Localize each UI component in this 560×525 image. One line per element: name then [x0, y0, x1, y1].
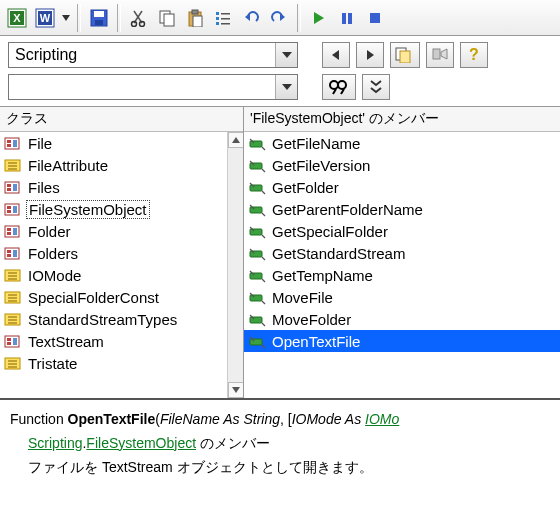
svg-marker-37	[441, 49, 447, 59]
svg-rect-8	[94, 11, 104, 17]
svg-rect-9	[95, 20, 103, 25]
undo-icon[interactable]	[238, 5, 264, 31]
svg-marker-31	[282, 52, 292, 58]
cut-icon[interactable]	[126, 5, 152, 31]
sig-param2-type[interactable]: IOMo	[365, 411, 399, 427]
play-icon[interactable]	[306, 5, 332, 31]
item-label: Tristate	[26, 355, 79, 372]
library-input[interactable]	[9, 44, 275, 66]
member-item[interactable]: GetParentFolderName	[244, 198, 560, 220]
dropdown-icon[interactable]	[60, 5, 72, 31]
word-icon[interactable]: W	[32, 5, 58, 31]
svg-rect-93	[250, 163, 262, 169]
method-icon	[248, 333, 266, 349]
member-item[interactable]: GetFolder	[244, 176, 560, 198]
scrollbar[interactable]	[227, 132, 243, 398]
item-label: MoveFolder	[270, 311, 353, 328]
class-item[interactable]: Folder	[0, 220, 243, 242]
svg-text:?: ?	[469, 46, 479, 63]
scroll-down-icon[interactable]	[228, 382, 244, 398]
svg-marker-89	[232, 387, 240, 393]
member-item[interactable]: GetTempName	[244, 264, 560, 286]
library-combo[interactable]	[8, 42, 298, 68]
class-item[interactable]: Folders	[0, 242, 243, 264]
svg-rect-47	[13, 140, 17, 147]
item-label: IOMode	[26, 267, 83, 284]
copy-icon[interactable]	[154, 5, 180, 31]
svg-rect-20	[221, 13, 230, 15]
member-item[interactable]: MoveFile	[244, 286, 560, 308]
method-icon	[248, 289, 266, 305]
redo-icon[interactable]	[266, 5, 292, 31]
method-icon	[248, 267, 266, 283]
nav-back-button[interactable]	[322, 42, 350, 68]
help-button[interactable]: ?	[460, 42, 488, 68]
chevron-down-icon[interactable]	[275, 75, 297, 99]
svg-rect-114	[250, 317, 262, 323]
nav-forward-button[interactable]	[356, 42, 384, 68]
item-label: GetStandardStream	[270, 245, 407, 262]
class-item[interactable]: Tristate	[0, 352, 243, 374]
enum-icon	[4, 355, 22, 371]
svg-rect-19	[216, 12, 219, 15]
svg-rect-45	[7, 140, 11, 143]
method-icon	[248, 201, 266, 217]
svg-point-40	[330, 81, 338, 89]
member-item[interactable]: GetFileName	[244, 132, 560, 154]
class-link[interactable]: FileSystemObject	[86, 435, 196, 451]
class-icon	[4, 245, 22, 261]
item-label: Files	[26, 179, 62, 196]
members-list: GetFileNameGetFileVersionGetFolderGetPar…	[244, 132, 560, 398]
svg-rect-58	[7, 210, 11, 213]
item-label: SpecialFolderConst	[26, 289, 161, 306]
chevron-down-icon[interactable]	[275, 43, 297, 67]
class-item[interactable]: IOMode	[0, 264, 243, 286]
separator	[77, 4, 81, 32]
member-item[interactable]: GetSpecialFolder	[244, 220, 560, 242]
library-link[interactable]: Scripting	[28, 435, 82, 451]
svg-rect-62	[7, 232, 11, 235]
class-item[interactable]: File	[0, 132, 243, 154]
class-item[interactable]: SpecialFolderConst	[0, 286, 243, 308]
member-item[interactable]: GetStandardStream	[244, 242, 560, 264]
svg-rect-61	[7, 228, 11, 231]
excel-icon[interactable]: X	[4, 5, 30, 31]
svg-line-98	[262, 191, 265, 194]
member-item[interactable]: OpenTextFile	[244, 330, 560, 352]
member-item[interactable]: GetFileVersion	[244, 154, 560, 176]
search-input[interactable]	[9, 76, 275, 98]
list-icon[interactable]	[210, 5, 236, 31]
class-item[interactable]: Files	[0, 176, 243, 198]
member-item[interactable]: MoveFolder	[244, 308, 560, 330]
svg-rect-28	[342, 13, 346, 24]
svg-line-113	[262, 301, 265, 304]
copy-declaration-button[interactable]	[390, 42, 420, 68]
class-item[interactable]: FileAttribute	[0, 154, 243, 176]
class-item[interactable]: TextStream	[0, 330, 243, 352]
expand-button[interactable]	[362, 74, 390, 100]
save-icon[interactable]	[86, 5, 112, 31]
svg-rect-54	[7, 188, 11, 191]
item-label: GetTempName	[270, 267, 375, 284]
search-combo[interactable]	[8, 74, 298, 100]
svg-marker-27	[314, 12, 324, 24]
class-item[interactable]: FileSystemObject	[0, 198, 243, 220]
find-button[interactable]	[322, 74, 356, 100]
class-item[interactable]: StandardStreamTypes	[0, 308, 243, 330]
signature-line: Function OpenTextFile(FileName As String…	[10, 408, 550, 432]
paste-icon[interactable]	[182, 5, 208, 31]
stop-icon[interactable]	[362, 5, 388, 31]
item-label: FileSystemObject	[26, 200, 150, 219]
svg-rect-105	[250, 251, 262, 257]
svg-rect-83	[13, 338, 17, 345]
pause-icon[interactable]	[334, 5, 360, 31]
svg-line-110	[262, 279, 265, 282]
method-icon	[248, 157, 266, 173]
scroll-up-icon[interactable]	[228, 132, 244, 148]
svg-rect-18	[193, 16, 202, 27]
details-pane: Function OpenTextFile(FileName As String…	[0, 398, 560, 489]
pin-button[interactable]	[426, 42, 454, 68]
svg-rect-99	[250, 207, 262, 213]
svg-line-92	[262, 147, 265, 150]
svg-rect-15	[164, 14, 174, 26]
